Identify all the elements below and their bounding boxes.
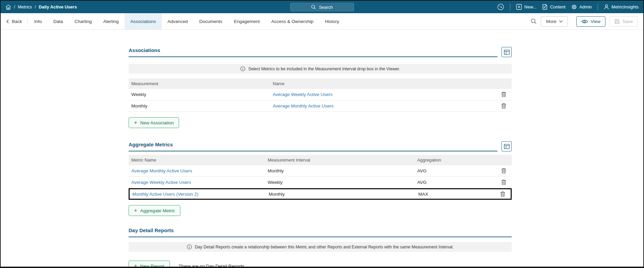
- back-button[interactable]: Back: [5, 13, 27, 29]
- save-button[interactable]: Save: [609, 16, 638, 27]
- tabbar-actions: More View: [531, 13, 643, 29]
- content-button[interactable]: Content: [542, 4, 565, 10]
- delete-aggregate-metric-button[interactable]: [495, 179, 512, 185]
- delete-aggregate-metric-button[interactable]: [494, 191, 511, 197]
- new-association-button-label: New Association: [140, 120, 174, 125]
- top-navigation-bar: / Metrics / Daily Active Users Search: [1, 1, 643, 13]
- new-report-button[interactable]: + New Report: [129, 261, 170, 268]
- associations-grid-view-button[interactable]: [502, 47, 512, 57]
- interval-value: Weekly: [265, 180, 415, 185]
- associations-table: Measurement Name Weekly Average Weekly A…: [129, 78, 512, 112]
- chevron-left-icon: [6, 19, 9, 24]
- global-search-button[interactable]: Search: [290, 3, 354, 11]
- search-icon: [311, 4, 316, 9]
- plus-icon: +: [134, 120, 137, 125]
- aggregate-metric-link[interactable]: Average Monthly Active Users: [131, 168, 192, 173]
- ai-assistant-icon[interactable]: [497, 3, 504, 10]
- no-day-detail-reports-text: There are no Day Detail Reports: [179, 264, 244, 268]
- account-menu[interactable]: MetricInsights: [604, 4, 639, 10]
- aggregate-metric-link[interactable]: Average Weekly Active Users: [131, 180, 191, 185]
- plus-icon: +: [134, 208, 137, 213]
- account-label: MetricInsights: [612, 4, 639, 9]
- view-button-label: View: [591, 19, 600, 24]
- new-button-label: New...: [524, 4, 536, 9]
- day-detail-reports-section-title: Day Detail Reports: [129, 227, 174, 233]
- breadcrumb-metrics[interactable]: Metrics: [18, 4, 32, 9]
- breadcrumb: / Metrics / Daily Active Users: [5, 4, 77, 10]
- search-icon[interactable]: [531, 18, 537, 24]
- topbar-divider: [510, 4, 510, 10]
- topbar-actions: New... Content: [497, 3, 639, 10]
- association-metric-link[interactable]: Average Weekly Active Users: [273, 92, 333, 97]
- tab-info[interactable]: Info: [28, 13, 48, 29]
- day-detail-reports-section-header: Day Detail Reports: [129, 227, 512, 237]
- info-icon: [240, 66, 245, 71]
- more-button[interactable]: More: [541, 16, 568, 27]
- day-detail-reports-info-text: Day Detail Reports create a relationship…: [195, 245, 454, 249]
- association-metric-link[interactable]: Average Monthly Active Users: [273, 103, 334, 108]
- save-button-label: Save: [622, 19, 633, 24]
- breadcrumb-separator: /: [35, 4, 36, 9]
- associations-table-header: Measurement Name: [129, 78, 512, 89]
- delete-association-button[interactable]: [495, 92, 512, 97]
- associations-title-wrap: Associations: [129, 47, 497, 57]
- admin-button-label: Admin: [579, 4, 592, 9]
- tab-advanced[interactable]: Advanced: [162, 13, 194, 29]
- aggregate-metrics-table: Metric Name Measurement Interval Aggrega…: [129, 155, 512, 200]
- aggregate-metrics-title-wrap: Aggregate Metrics: [129, 142, 497, 151]
- plus-icon: +: [134, 263, 137, 268]
- new-button[interactable]: New...: [516, 4, 536, 10]
- tab-access-ownership[interactable]: Access & Ownership: [266, 13, 319, 29]
- new-association-button[interactable]: + New Association: [129, 117, 179, 128]
- user-icon: [604, 4, 609, 10]
- delete-association-button[interactable]: [495, 103, 512, 109]
- aggregate-metric-row-highlighted: Monthly Active Users (Version 2) Monthly…: [129, 188, 512, 200]
- more-button-label: More: [546, 19, 556, 24]
- content-button-label: Content: [550, 4, 565, 9]
- tab-alerting[interactable]: Alerting: [97, 13, 125, 29]
- admin-button[interactable]: Admin: [571, 4, 592, 10]
- aggregate-metric-row: Average Weekly Active Users Weekly AVG: [129, 177, 512, 188]
- aggregate-metrics-table-header: Metric Name Measurement Interval Aggrega…: [129, 155, 512, 165]
- aggregate-metric-button-label: Aggregate Metric: [140, 208, 175, 213]
- association-row: Monthly Average Monthly Active Users: [129, 100, 512, 112]
- associations-info-text: Select Metrics to be included in the Mea…: [248, 67, 400, 71]
- main-content: Associations Select Metrics to be includ…: [129, 47, 512, 268]
- tab-history[interactable]: History: [319, 13, 345, 29]
- column-header-measurement-interval: Measurement Interval: [265, 157, 415, 163]
- info-icon: [187, 244, 192, 249]
- chevron-down-icon: [559, 20, 563, 23]
- tab-documents[interactable]: Documents: [194, 13, 228, 29]
- tab-associations[interactable]: Associations: [125, 13, 162, 29]
- view-button[interactable]: View: [576, 16, 605, 27]
- aggregate-metric-link[interactable]: Monthly Active Users (Version 2): [132, 192, 198, 197]
- home-icon[interactable]: [5, 4, 11, 10]
- save-icon: [615, 19, 620, 24]
- column-header-name: Name: [270, 81, 495, 86]
- tab-charting[interactable]: Charting: [69, 13, 97, 29]
- column-header-measurement: Measurement: [129, 81, 270, 86]
- plus-square-icon: [516, 4, 522, 10]
- aggregate-metrics-grid-view-button[interactable]: [502, 141, 512, 151]
- breadcrumb-current-page: Daily Active Users: [39, 4, 77, 9]
- day-detail-reports-info-bar: Day Detail Reports create a relationship…: [129, 242, 512, 252]
- gear-icon: [571, 4, 577, 10]
- associations-info-bar: Select Metrics to be included in the Mea…: [129, 64, 512, 74]
- tab-divider: [27, 18, 28, 25]
- aggregate-metric-button[interactable]: + Aggregate Metric: [129, 205, 180, 216]
- document-icon: [542, 4, 548, 10]
- aggregation-value: AVG: [415, 180, 495, 185]
- tab-engagement[interactable]: Engagement: [228, 13, 266, 29]
- day-detail-reports-actions: + New Report There are no Day Detail Rep…: [129, 261, 512, 268]
- column-header-aggregation: Aggregation: [415, 157, 495, 163]
- aggregation-value: AVG: [415, 168, 495, 173]
- tab-data[interactable]: Data: [48, 13, 69, 29]
- back-button-label: Back: [12, 19, 22, 24]
- measurement-value: Monthly: [129, 103, 270, 108]
- topbar-divider: [598, 4, 598, 10]
- associations-section-title: Associations: [129, 47, 160, 53]
- aggregate-metric-row: Average Monthly Active Users Monthly AVG: [129, 165, 512, 177]
- associations-section-header: Associations: [129, 47, 512, 57]
- association-row: Weekly Average Weekly Active Users: [129, 89, 512, 100]
- delete-aggregate-metric-button[interactable]: [495, 168, 512, 174]
